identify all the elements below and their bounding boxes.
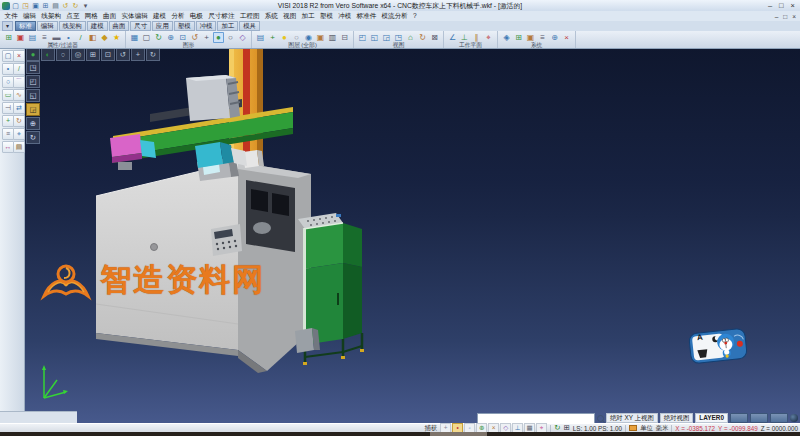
- tab-overflow-button[interactable]: ▾: [2, 21, 13, 31]
- wireframe-render-icon[interactable]: ○: [56, 48, 70, 61]
- menu-item-冲模[interactable]: 冲模: [336, 11, 354, 21]
- customize-quick-access-icon[interactable]: ▾: [81, 1, 90, 10]
- erase-icon[interactable]: ×: [13, 50, 25, 62]
- save-file-icon[interactable]: ▣: [31, 1, 40, 10]
- zoom-previous-icon[interactable]: ↺: [116, 48, 130, 61]
- hidden-line-icon[interactable]: ◎: [71, 48, 85, 61]
- view-fit-icon[interactable]: ⊠: [429, 32, 440, 43]
- surface-filter-icon[interactable]: ◧: [87, 32, 98, 43]
- menu-item-网格[interactable]: 网格: [82, 11, 100, 21]
- info-icon[interactable]: ⊕: [549, 32, 560, 43]
- maximize-button[interactable]: □: [779, 1, 784, 10]
- electrical-cabinet[interactable]: [295, 213, 364, 365]
- open-file-icon[interactable]: ◳: [21, 1, 30, 10]
- line-icon[interactable]: /: [13, 63, 25, 75]
- mdi-close-button[interactable]: ×: [792, 13, 796, 20]
- shaded-edges-icon[interactable]: ◐: [41, 48, 55, 61]
- tab-塑模[interactable]: 塑模: [174, 21, 195, 31]
- view-manager-icon[interactable]: ▦: [129, 32, 140, 43]
- redo-icon[interactable]: ↻: [71, 1, 80, 10]
- color-picker-icon[interactable]: ▣: [15, 32, 26, 43]
- undo-icon[interactable]: ↺: [61, 1, 70, 10]
- iso-view-icon[interactable]: ◳: [26, 61, 40, 74]
- view-rotate-icon[interactable]: ↻: [417, 32, 428, 43]
- axes-toggle-icon[interactable]: ⊞: [563, 424, 569, 432]
- save-all-icon[interactable]: ⊞: [41, 1, 50, 10]
- tab-建模[interactable]: 建模: [87, 21, 108, 31]
- tab-编辑[interactable]: 编辑: [37, 21, 58, 31]
- workplane-list-icon[interactable]: ∠: [447, 32, 458, 43]
- tab-线架构[interactable]: 线架构: [59, 21, 86, 31]
- menu-item-实体编辑[interactable]: 实体编辑: [119, 11, 151, 21]
- attributes-icon[interactable]: ⊞: [3, 32, 14, 43]
- shaded-render-icon[interactable]: ●: [26, 48, 40, 61]
- layer-panel-icon[interactable]: ▤: [13, 141, 25, 153]
- measure-icon[interactable]: ⌖: [13, 128, 25, 140]
- mdi-restore-button[interactable]: □: [783, 13, 787, 20]
- print-icon[interactable]: ▤: [51, 1, 60, 10]
- rotate-view-icon[interactable]: ↻: [146, 48, 160, 61]
- tab-应用[interactable]: 应用: [152, 21, 173, 31]
- layer-select-icon[interactable]: ▤: [27, 32, 38, 43]
- iso-view-icon[interactable]: ⌂: [405, 32, 416, 43]
- layer-new-icon[interactable]: +: [267, 32, 278, 43]
- dynamic-view-icon[interactable]: ↻: [26, 131, 40, 144]
- zoom-extents-icon[interactable]: ⊕: [26, 117, 40, 130]
- menu-item-系统[interactable]: 系统: [262, 11, 280, 21]
- view-config-button-1[interactable]: [730, 413, 748, 423]
- menu-item-分析[interactable]: 分析: [169, 11, 187, 21]
- tab-模具[interactable]: 模具: [239, 21, 260, 31]
- tab-冲模[interactable]: 冲模: [196, 21, 217, 31]
- current-layer-indicator[interactable]: LAYER0: [695, 413, 728, 423]
- right-view-icon[interactable]: ◲: [381, 32, 392, 43]
- close-button[interactable]: ×: [791, 1, 795, 10]
- exit-icon[interactable]: ×: [561, 32, 572, 43]
- menu-item-加工[interactable]: 加工: [299, 11, 317, 21]
- render-sphere-icon[interactable]: [790, 414, 798, 422]
- graphics-viewport[interactable]: 智造资料网 A: [0, 48, 800, 423]
- menu-item-点至[interactable]: 点至: [64, 11, 82, 21]
- solid-filter-icon[interactable]: ◆: [99, 32, 110, 43]
- perspective-icon[interactable]: ◇: [237, 32, 248, 43]
- top-view-icon[interactable]: ◱: [26, 89, 40, 102]
- mirror-icon[interactable]: ⇄: [13, 102, 25, 114]
- mdi-minimize-button[interactable]: –: [775, 13, 779, 20]
- menu-item-工程图[interactable]: 工程图: [237, 11, 262, 21]
- new-window-icon[interactable]: ▢: [141, 32, 152, 43]
- menu-item-线架构[interactable]: 线架构: [39, 11, 64, 21]
- tab-尺寸[interactable]: 尺寸: [130, 21, 151, 31]
- curve-icon[interactable]: ∿: [13, 89, 25, 101]
- top-view-icon[interactable]: ◱: [369, 32, 380, 43]
- new-file-icon[interactable]: ▢: [11, 1, 20, 10]
- pan-view-icon[interactable]: +: [201, 32, 212, 43]
- menu-item-建模[interactable]: 建模: [150, 11, 168, 21]
- redraw-icon[interactable]: ↻: [153, 32, 164, 43]
- system-settings-icon[interactable]: ◈: [501, 32, 512, 43]
- zoom-window-icon[interactable]: ⊡: [101, 48, 115, 61]
- all-filter-icon[interactable]: ★: [111, 32, 122, 43]
- zoom-all-icon[interactable]: ⊕: [165, 32, 176, 43]
- arc-icon[interactable]: ⌒: [13, 76, 25, 88]
- menu-item-?[interactable]: ?: [410, 11, 419, 21]
- rotate-icon[interactable]: ↻: [13, 115, 25, 127]
- right-view-icon[interactable]: ◲: [26, 103, 40, 116]
- pan-icon[interactable]: +: [131, 48, 145, 61]
- view-config-button-2[interactable]: [750, 413, 768, 423]
- command-input[interactable]: [477, 413, 595, 424]
- gantry-carriage[interactable]: [186, 75, 240, 121]
- zoom-fit-icon[interactable]: ⊞: [86, 48, 100, 61]
- layer-filter-icon[interactable]: ▥: [327, 32, 338, 43]
- tab-加工[interactable]: 加工: [217, 21, 238, 31]
- layer-settings-icon[interactable]: ⊟: [339, 32, 350, 43]
- shaded-view-icon[interactable]: ●: [213, 32, 224, 43]
- view-reference-indicator[interactable]: 绝对视图: [660, 413, 694, 423]
- front-view-icon[interactable]: ◰: [26, 75, 40, 88]
- menu-item-编辑[interactable]: 编辑: [20, 11, 38, 21]
- macro-icon[interactable]: ⊞: [513, 32, 524, 43]
- menu-item-视图[interactable]: 视图: [280, 11, 298, 21]
- view-config-button-3[interactable]: [770, 413, 788, 423]
- tab-标准[interactable]: 标准: [15, 21, 36, 31]
- view-plane-indicator[interactable]: 绝对 XY 上视图: [606, 413, 658, 423]
- refresh-icon[interactable]: ↻: [554, 424, 560, 432]
- menu-item-标准件[interactable]: 标准件: [354, 11, 379, 21]
